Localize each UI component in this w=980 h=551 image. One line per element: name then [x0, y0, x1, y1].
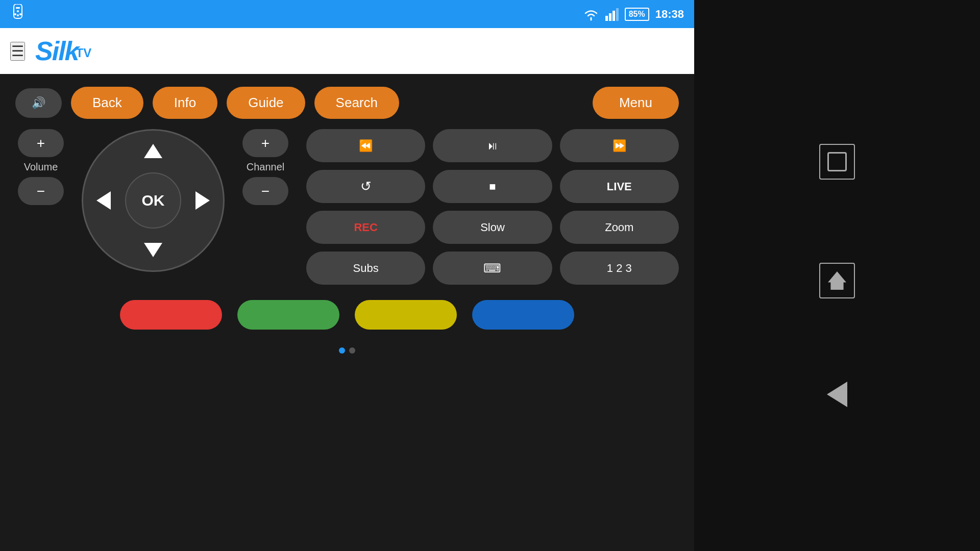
logo-tv: TV: [76, 46, 92, 60]
svg-rect-9: [616, 8, 619, 21]
android-nav-bar: [694, 0, 980, 551]
slow-button[interactable]: Slow: [433, 211, 552, 244]
numbers-button[interactable]: 1 2 3: [560, 252, 679, 285]
status-right: 85% 18:38: [583, 8, 684, 21]
play-pause-icon: ⏯: [487, 139, 498, 153]
back-nav-icon: [827, 382, 847, 407]
remote-icon: [10, 4, 26, 24]
dpad-right-button[interactable]: [190, 188, 215, 213]
stop-icon: ■: [489, 180, 496, 193]
arrow-right-icon: [195, 191, 210, 210]
signal-icon: [605, 8, 619, 21]
zoom-button[interactable]: Zoom: [560, 211, 679, 244]
status-left: [10, 4, 26, 24]
rewind-icon: ⏪: [359, 139, 373, 153]
battery-level: 85%: [629, 10, 645, 18]
keyboard-icon: ⌨: [483, 261, 501, 276]
status-bar: 85% 18:38: [0, 0, 694, 28]
channel-up-button[interactable]: +: [242, 129, 288, 157]
volume-down-button[interactable]: −: [18, 177, 64, 205]
hamburger-menu[interactable]: ☰: [10, 42, 25, 61]
channel-down-button[interactable]: −: [242, 177, 288, 205]
dpad-circle: OK: [82, 129, 225, 272]
volume-label: Volume: [24, 161, 58, 173]
dpad-down-button[interactable]: [140, 237, 166, 263]
svg-rect-7: [609, 13, 611, 21]
remote-area: 🔊 Back Info Guide Search Menu + Volume −: [0, 74, 694, 551]
dpad-left-button[interactable]: [91, 188, 116, 213]
header-bar: ☰ SilkTV: [0, 28, 694, 74]
back-nav-button[interactable]: [827, 382, 847, 407]
svg-rect-1: [16, 7, 20, 9]
channel-section: + Channel −: [240, 129, 291, 205]
rec-button[interactable]: REC: [306, 211, 425, 244]
forward-icon: ⏩: [612, 139, 626, 153]
arrow-down-icon: [144, 243, 162, 257]
color-buttons-row: [15, 295, 679, 335]
battery-indicator: 85%: [625, 8, 649, 21]
playback-row-2: ↺ ■ LIVE: [306, 170, 679, 203]
playback-row-3: REC Slow Zoom: [306, 211, 679, 244]
middle-section: + Volume −: [15, 129, 679, 285]
channel-label: Channel: [247, 161, 285, 173]
yellow-button[interactable]: [355, 300, 457, 330]
green-button[interactable]: [237, 300, 339, 330]
red-button[interactable]: [120, 300, 222, 330]
back-button[interactable]: Back: [71, 87, 143, 119]
subs-button[interactable]: Subs: [306, 252, 425, 285]
replay-icon: ↺: [360, 179, 372, 194]
play-pause-button[interactable]: ⏯: [433, 129, 552, 162]
recent-apps-icon: [827, 152, 847, 171]
info-button[interactable]: Info: [153, 87, 217, 119]
speaker-icon: 🔊: [32, 96, 45, 110]
top-buttons-row: 🔊 Back Info Guide Search Menu: [15, 87, 679, 119]
scroll-dot-2: [349, 347, 355, 354]
rewind-button[interactable]: ⏪: [306, 129, 425, 162]
svg-point-5: [17, 14, 19, 16]
guide-button[interactable]: Guide: [227, 87, 305, 119]
scroll-indicator: [15, 345, 679, 356]
dpad-up-button[interactable]: [140, 138, 166, 164]
logo-text: Silk: [35, 36, 79, 66]
home-button[interactable]: [819, 263, 855, 298]
playback-row-1: ⏪ ⏯ ⏩: [306, 129, 679, 162]
svg-point-4: [19, 13, 21, 15]
logo: SilkTV: [35, 38, 91, 64]
clock: 18:38: [655, 8, 684, 21]
home-icon: [828, 271, 846, 290]
recent-apps-button[interactable]: [819, 144, 855, 180]
volume-section: + Volume −: [15, 129, 66, 205]
svg-point-3: [14, 13, 16, 15]
wifi-icon: [583, 8, 599, 21]
mute-button[interactable]: 🔊: [15, 88, 62, 118]
menu-button[interactable]: Menu: [593, 87, 679, 119]
arrow-left-icon: [96, 191, 111, 210]
replay-button[interactable]: ↺: [306, 170, 425, 203]
svg-rect-6: [605, 16, 608, 21]
scroll-dot-1: [339, 347, 345, 354]
dpad-container: OK: [82, 129, 225, 272]
forward-button[interactable]: ⏩: [560, 129, 679, 162]
arrow-up-icon: [144, 144, 162, 158]
blue-button[interactable]: [472, 300, 574, 330]
ok-button[interactable]: OK: [125, 172, 181, 229]
live-button[interactable]: LIVE: [560, 170, 679, 203]
volume-up-button[interactable]: +: [18, 129, 64, 157]
svg-point-2: [17, 10, 19, 12]
search-button[interactable]: Search: [314, 87, 399, 119]
playback-row-4: Subs ⌨ 1 2 3: [306, 252, 679, 285]
playback-section: ⏪ ⏯ ⏩ ↺ ■ LIVE: [306, 129, 679, 285]
stop-button[interactable]: ■: [433, 170, 552, 203]
keyboard-button[interactable]: ⌨: [433, 252, 552, 285]
svg-rect-8: [612, 11, 615, 21]
